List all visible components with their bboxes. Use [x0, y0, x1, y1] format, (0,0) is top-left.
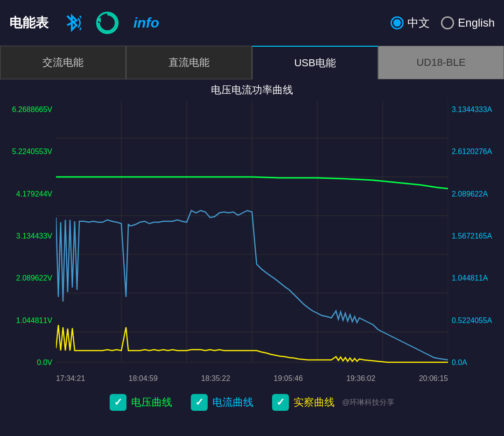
app-title: 电能表 — [9, 14, 49, 32]
x-label-5: 20:06:15 — [419, 374, 448, 383]
watermark: @环琳科技分享 — [342, 398, 394, 408]
power-label: 实察曲线 — [294, 395, 335, 409]
current-check-icon: ✓ — [195, 396, 203, 408]
tab-usb[interactable]: USB电能 — [252, 46, 378, 79]
current-label: 电流曲线 — [212, 395, 253, 409]
lang-en-label: English — [458, 16, 495, 29]
lang-en-option[interactable]: English — [441, 16, 495, 29]
voltage-label: 电压曲线 — [131, 395, 172, 409]
x-label-3: 19:05:46 — [274, 374, 303, 383]
legend-voltage[interactable]: ✓ 电压曲线 — [110, 394, 172, 411]
y-right-4: 1.044811A — [452, 274, 488, 282]
x-axis: 17:34:21 18:04:59 18:35:22 19:05:46 19:3… — [0, 372, 504, 386]
voltage-check-icon: ✓ — [114, 396, 122, 408]
language-selector: 中文 English — [391, 15, 495, 30]
power-check-icon: ✓ — [276, 396, 285, 408]
svg-point-0 — [97, 13, 118, 33]
y-left-3: 3.134433V — [16, 232, 52, 240]
voltage-checkbox[interactable]: ✓ — [110, 394, 126, 411]
y-left-6: 0.0V — [37, 359, 52, 367]
current-checkbox[interactable]: ✓ — [191, 394, 208, 411]
legend: ✓ 电压曲线 ✓ 电流曲线 ✓ 实察曲线 @环琳科技分享 — [0, 386, 504, 419]
y-axis-left: 6.2688665V 5.2240553V 4.179244V 3.134433… — [0, 101, 56, 372]
radio-inner — [393, 19, 401, 27]
x-label-0: 17:34:21 — [56, 374, 85, 383]
y-right-0: 3.1344333A — [452, 105, 492, 114]
x-label-1: 18:04:59 — [129, 374, 158, 383]
lang-cn-option[interactable]: 中文 — [391, 15, 430, 30]
legend-power[interactable]: ✓ 实察曲线 @环琳科技分享 — [272, 394, 394, 411]
lang-en-radio[interactable] — [441, 16, 454, 29]
y-right-3: 1.5672165A — [452, 232, 492, 240]
y-right-1: 2.6120276A — [452, 148, 492, 156]
y-left-1: 5.2240553V — [12, 148, 52, 156]
y-right-2: 2.089622A — [452, 190, 488, 198]
tab-bar: 交流电能 直流电能 USB电能 UD18-BLE — [0, 46, 504, 79]
y-left-2: 4.179244V — [16, 190, 52, 198]
info-button[interactable]: info — [133, 15, 159, 31]
y-left-4: 2.089622V — [16, 274, 52, 282]
y-axis-right: 3.1344333A 2.6120276A 2.089622A 1.567216… — [448, 101, 504, 372]
y-right-5: 0.5224055A — [452, 316, 492, 325]
chart-svg-container — [56, 101, 448, 372]
header: 电能表 info 中文 English — [0, 0, 504, 46]
chart-title: 电压电流功率曲线 — [0, 79, 504, 101]
x-label-4: 19:36:02 — [346, 374, 375, 383]
tab-dc[interactable]: 直流电能 — [126, 46, 252, 79]
lang-cn-label: 中文 — [407, 15, 430, 30]
y-left-5: 1.044811V — [16, 316, 52, 325]
legend-current[interactable]: ✓ 电流曲线 — [191, 394, 253, 411]
lang-cn-radio[interactable] — [391, 16, 404, 29]
y-left-0: 6.2688665V — [12, 105, 52, 114]
chart-area: 6.2688665V 5.2240553V 4.179244V 3.134433… — [0, 101, 504, 372]
x-label-2: 18:35:22 — [201, 374, 230, 383]
tab-ac[interactable]: 交流电能 — [0, 46, 126, 79]
refresh-icon[interactable] — [95, 11, 119, 35]
power-checkbox[interactable]: ✓ — [272, 394, 289, 411]
bluetooth-icon[interactable] — [63, 11, 81, 35]
y-right-6: 0.0A — [452, 359, 467, 367]
tab-device[interactable]: UD18-BLE — [378, 46, 504, 79]
